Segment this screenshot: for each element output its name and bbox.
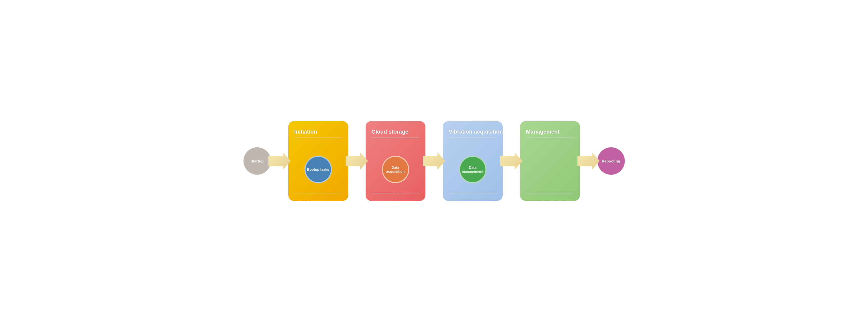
phase-initiation-title: Initiation: [294, 129, 317, 135]
phase-initiation-line-top: [294, 137, 342, 138]
phase-vibration-line-bottom: [449, 193, 497, 193]
phase-management-line-top: [526, 137, 574, 138]
phase-management-title: Management: [526, 129, 559, 135]
phase-vibration-line-top: [449, 137, 497, 138]
phase-vibration-body: Data management: [449, 146, 497, 193]
phase-cloud-storage-body: Data acquisition: [372, 146, 420, 193]
startup-node: Startup: [244, 147, 271, 175]
phase-initiation: Initiation Bootup tasks: [288, 121, 348, 201]
phase-management-line-bottom: [526, 193, 574, 193]
phase-vibration-title: Vibration acquisition: [449, 129, 503, 135]
diagram-container: Startup Initiation Bootup tasks Cloud st…: [285, 111, 584, 211]
phase-management-body: [526, 146, 574, 193]
arrow-1: [269, 152, 291, 170]
arrow-4: [500, 152, 523, 170]
phase-cloud-storage-title: Cloud storage: [372, 129, 408, 135]
data-acquisition-circle: Data acquisition: [382, 156, 409, 183]
phase-initiation-line-bottom: [294, 193, 342, 193]
data-management-circle: Data management: [459, 156, 487, 183]
phase-management: Management: [520, 121, 580, 201]
phase-vibration: Vibration acquisition Data management: [443, 121, 503, 201]
arrow-2: [346, 152, 368, 170]
phase-cloud-storage: Cloud storage Data acquisition: [366, 121, 425, 201]
phase-initiation-body: Bootup tasks: [294, 146, 342, 193]
phase-cloud-storage-line-top: [372, 137, 420, 138]
phase-cloud-storage-line-bottom: [372, 193, 420, 193]
bootup-tasks-circle: Bootup tasks: [305, 156, 332, 183]
arrow-3: [423, 152, 445, 170]
rebooting-node: Rebooting: [597, 147, 625, 175]
arrow-5: [578, 152, 600, 170]
